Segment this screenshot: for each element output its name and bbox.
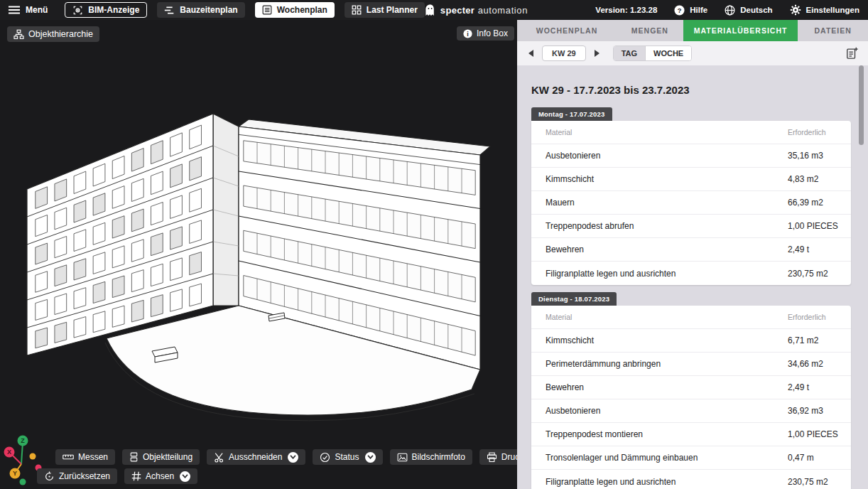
table-row: Tronsolenlager und Dämmung einbauen 0,47… (531, 446, 851, 470)
language-button[interactable]: Deutsch (725, 5, 772, 16)
svg-text:Z: Z (21, 437, 25, 444)
material-name: Tronsolenlager und Dämmung einbauen (531, 453, 788, 463)
week-heading: KW 29 - 17.7.2023 bis 23.7.2023 (531, 84, 851, 96)
achsen-button[interactable]: Achsen (124, 468, 197, 484)
table-row: Kimmschicht 6,71 m2 (531, 329, 851, 353)
required-quantity: 2,49 t (788, 382, 851, 392)
menu-button[interactable]: Menü (9, 5, 48, 15)
panel-tab[interactable]: DATEIEN (798, 20, 868, 41)
grid-icon (352, 5, 362, 15)
ruler-icon (63, 452, 74, 462)
top-bar: Menü BIM-Anzeige Bauzeitenplan Wochenpla… (0, 0, 868, 20)
gear-icon (790, 4, 801, 16)
week-navigation: KW 29 TAG WOCHE (517, 41, 868, 65)
week-list-icon (262, 5, 272, 15)
table-header: Material Erforderlich (531, 306, 851, 329)
required-quantity: 230,75 m2 (788, 477, 851, 487)
panel-tab[interactable]: MENGEN (617, 20, 683, 41)
bim-orbit-icon (72, 5, 83, 16)
chevron-down-icon[interactable] (180, 471, 190, 482)
svg-text:X: X (7, 448, 11, 456)
table-row: Kimmschicht 4,83 m2 (531, 168, 851, 191)
chevron-down-icon[interactable] (365, 452, 376, 463)
column-material: Material (531, 128, 788, 136)
material-name: Filigranplatte legen und ausrichten (531, 477, 788, 487)
column-required: Erforderlich (788, 128, 851, 136)
table-row: Treppenpodest abrufen 1,00 PIECES (531, 215, 851, 238)
ghost-logo-icon (425, 4, 435, 16)
druckvorschau-button[interactable]: Druckvorschau (479, 449, 517, 465)
help-button[interactable]: ? Hilfe (674, 5, 707, 16)
table-header: Material Erforderlich (531, 121, 851, 144)
hamburger-icon (9, 6, 20, 14)
panel-tab[interactable]: MATERIALÜBERSICHT (683, 20, 798, 41)
chevron-right-icon (594, 50, 600, 57)
next-week-button[interactable] (592, 48, 601, 58)
chevron-left-icon (528, 50, 534, 57)
previous-week-button[interactable] (527, 48, 536, 58)
wochenplan-button[interactable]: Wochenplan (255, 2, 335, 18)
panel-scrollbar[interactable] (859, 65, 864, 145)
object-hierarchy-button[interactable]: Objekthierarchie (7, 26, 99, 42)
panel-tab[interactable]: WOCHENPLAN (517, 20, 617, 41)
material-name: Mauern (531, 198, 788, 208)
material-table: Material Erforderlich Ausbetonieren 35,1… (531, 121, 851, 285)
required-quantity: 6,71 m2 (788, 335, 851, 345)
svg-text:i: i (467, 30, 468, 37)
required-quantity: 2,49 t (788, 244, 851, 254)
required-quantity: 4,83 m2 (788, 174, 851, 184)
status-button[interactable]: Status (313, 449, 382, 465)
day-badge: Dienstag - 18.07.2023 (531, 292, 617, 306)
day-section: Montag - 17.07.2023 Material Erforderlic… (531, 107, 851, 285)
column-material: Material (531, 313, 788, 321)
ausschneiden-button[interactable]: Ausschneiden (207, 449, 305, 465)
bim-viewport[interactable]: Objekthierarchie i Info Box Z X (0, 20, 517, 489)
app-window: Menü BIM-Anzeige Bauzeitenplan Wochenpla… (0, 0, 868, 489)
required-quantity: 36,92 m3 (788, 406, 851, 416)
required-quantity: 66,39 m2 (788, 198, 851, 208)
printer-icon (487, 452, 497, 463)
table-row: Treppenpodest montieren 1,00 PIECES (531, 423, 851, 446)
status-check-icon (320, 452, 330, 463)
material-name: Ausbetonieren (531, 151, 788, 161)
building-model (0, 20, 517, 489)
brand: specter automation (425, 4, 528, 16)
messen-button[interactable]: Messen (55, 449, 115, 465)
toggle-woche[interactable]: WOCHE (646, 46, 691, 60)
day-badge: Montag - 17.07.2023 (531, 107, 612, 121)
help-icon: ? (674, 5, 685, 16)
table-row: Filigranplatte legen und ausrichten 230,… (531, 262, 851, 285)
table-row: Bewehren 2,49 t (531, 376, 851, 399)
column-required: Erforderlich (788, 313, 851, 321)
table-row: Bewehren 2,49 t (531, 238, 851, 262)
panel-tabs: WOCHENPLAN MENGEN MATERIALÜBERSICHT DATE… (517, 20, 868, 41)
week-label[interactable]: KW 29 (542, 45, 586, 61)
material-table: Material Erforderlich Kimmschicht 6,71 m… (531, 306, 851, 489)
required-quantity: 0,47 m (788, 453, 851, 463)
zuruecksetzen-button[interactable]: Zurücksetzen (37, 468, 117, 484)
bim-anzeige-button[interactable]: BIM-Anzeige (65, 2, 147, 18)
add-note-button[interactable] (846, 47, 858, 60)
bauzeitenplan-button[interactable]: Bauzeitenplan (157, 2, 244, 18)
table-row: Perimeterdämmung anbringen 34,66 m2 (531, 353, 851, 376)
note-add-icon (846, 47, 858, 60)
toggle-tag[interactable]: TAG (614, 46, 646, 60)
side-panel: WOCHENPLAN MENGEN MATERIALÜBERSICHT DATE… (517, 20, 868, 489)
info-box-button[interactable]: i Info Box (457, 26, 514, 41)
last-planner-button[interactable]: Last Planner (345, 2, 425, 18)
objektteilung-button[interactable]: Objektteilung (122, 449, 200, 465)
chevron-down-icon[interactable] (288, 452, 298, 463)
info-icon: i (463, 29, 472, 38)
material-name: Kimmschicht (531, 335, 788, 345)
table-row: Ausbetonieren 36,92 m3 (531, 399, 851, 423)
material-name: Ausbetonieren (531, 406, 788, 416)
day-week-toggle: TAG WOCHE (613, 45, 693, 61)
material-name: Bewehren (531, 382, 788, 392)
bildschirmfoto-button[interactable]: Bildschirmfoto (390, 449, 472, 465)
split-object-icon (129, 452, 139, 462)
table-row: Ausbetonieren 35,16 m3 (531, 144, 851, 168)
required-quantity: 35,16 m3 (788, 151, 851, 161)
material-name: Treppenpodest abrufen (531, 221, 788, 231)
settings-button[interactable]: Einstellungen (790, 4, 859, 16)
material-name: Bewehren (531, 244, 788, 254)
